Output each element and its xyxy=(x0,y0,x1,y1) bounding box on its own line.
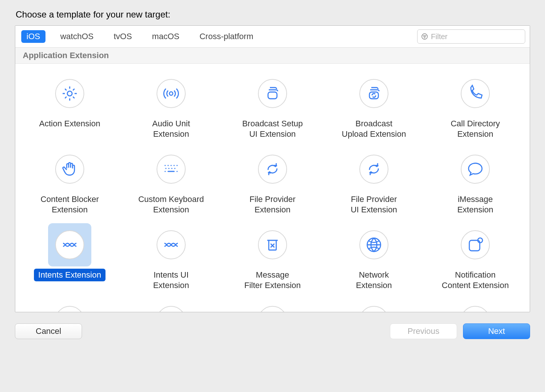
hand-icon xyxy=(55,155,84,184)
tab-macos[interactable]: macOS xyxy=(147,30,185,43)
wave-icon xyxy=(55,230,84,259)
template-item[interactable]: Call Directory Extension xyxy=(425,72,526,140)
template-grid: Action ExtensionAudio Unit ExtensionBroa… xyxy=(15,64,530,312)
template-item[interactable]: Notification Content Extension xyxy=(425,223,526,291)
next-button[interactable]: Next xyxy=(463,323,530,339)
template-item[interactable]: Message Filter Extension xyxy=(222,223,323,291)
template-icon-wrap xyxy=(149,223,193,266)
template-item[interactable]: Custom Keyboard Extension xyxy=(120,148,222,216)
template-item[interactable]: Content Blocker Extension xyxy=(19,148,120,216)
globe-icon xyxy=(359,230,388,259)
template-icon-wrap xyxy=(454,299,497,312)
gear-icon xyxy=(55,79,84,108)
template-item[interactable]: Intents UI Extension xyxy=(120,223,222,291)
cancel-button[interactable]: Cancel xyxy=(15,323,82,339)
template-item[interactable] xyxy=(120,299,222,312)
template-icon-wrap xyxy=(149,72,193,115)
previous-button: Previous xyxy=(390,323,457,339)
template-icon-wrap xyxy=(48,148,91,191)
template-item-label: Network Extension xyxy=(352,269,397,291)
template-item-label: Action Extension xyxy=(35,117,105,130)
template-icon-wrap xyxy=(48,72,91,115)
keyboard-icon xyxy=(157,155,186,184)
template-item[interactable]: Action Extension xyxy=(19,72,120,140)
template-icon-wrap xyxy=(251,148,294,191)
filter-icon xyxy=(421,33,428,40)
trash-icon xyxy=(258,230,287,259)
template-item[interactable]: File Provider Extension xyxy=(222,148,323,216)
dialog-title: Choose a template for your new target: xyxy=(16,9,530,20)
filter-input[interactable] xyxy=(431,32,521,41)
template-item-label: File Provider UI Extension xyxy=(346,193,402,216)
dialog-footer: Cancel Previous Next xyxy=(15,323,530,339)
template-item-label: Intents Extension xyxy=(34,269,106,281)
template-item[interactable]: Intents Extension xyxy=(19,223,120,291)
svg-rect-6 xyxy=(268,92,277,99)
sliders-icon xyxy=(157,306,186,312)
tab-cross-platform[interactable]: Cross-platform xyxy=(194,30,258,43)
template-item[interactable] xyxy=(222,299,323,312)
template-item[interactable]: File Provider UI Extension xyxy=(323,148,425,216)
template-item[interactable] xyxy=(425,299,526,312)
svg-point-0 xyxy=(422,34,428,39)
template-icon-wrap xyxy=(251,299,294,312)
stack-icon xyxy=(258,79,287,108)
template-item-label: Intents UI Extension xyxy=(149,269,194,291)
template-grid-scroll: Action ExtensionAudio Unit ExtensionBroa… xyxy=(15,64,530,312)
template-panel: iOS watchOS tvOS macOS Cross-platform Ap… xyxy=(15,25,530,312)
notification-small-icon xyxy=(55,306,84,312)
template-icon-wrap xyxy=(454,223,497,266)
template-icon-wrap xyxy=(149,299,193,312)
section-header: Application Extension xyxy=(15,48,530,64)
template-icon-wrap xyxy=(352,299,396,312)
template-icon-wrap xyxy=(352,148,396,191)
template-icon-wrap xyxy=(454,72,497,115)
template-icon-wrap xyxy=(352,72,396,115)
magnifier-icon xyxy=(461,306,490,312)
eye-icon xyxy=(258,306,287,312)
template-item[interactable]: Audio Unit Extension xyxy=(120,72,222,140)
template-item-label: File Provider Extension xyxy=(245,193,300,216)
notification-icon xyxy=(461,230,490,259)
tab-tvos[interactable]: tvOS xyxy=(108,30,137,43)
template-item-label: Notification Content Extension xyxy=(437,269,513,291)
template-item[interactable]: iMessage Extension xyxy=(425,148,526,216)
template-icon-wrap xyxy=(48,299,91,312)
template-item[interactable]: Network Extension xyxy=(323,223,425,291)
filter-field[interactable] xyxy=(417,29,525,44)
template-icon-wrap xyxy=(251,223,294,266)
template-item[interactable]: Broadcast Upload Extension xyxy=(323,72,425,140)
platform-tabs: iOS watchOS tvOS macOS Cross-platform xyxy=(20,30,258,43)
sync-icon xyxy=(359,155,388,184)
template-item-label: Broadcast Setup UI Extension xyxy=(238,117,308,140)
platform-toolbar: iOS watchOS tvOS macOS Cross-platform xyxy=(15,26,530,48)
tab-watchos[interactable]: watchOS xyxy=(55,30,99,43)
template-item-label: Content Blocker Extension xyxy=(36,193,104,216)
template-item[interactable]: Broadcast Setup UI Extension xyxy=(222,72,323,140)
phone-icon xyxy=(461,79,490,108)
template-item-label: Audio Unit Extension xyxy=(148,117,195,140)
template-icon-wrap xyxy=(48,223,91,266)
template-icon-wrap xyxy=(149,148,193,191)
template-icon-wrap xyxy=(251,72,294,115)
svg-point-5 xyxy=(169,92,173,95)
svg-point-4 xyxy=(67,91,72,96)
sync-icon xyxy=(258,155,287,184)
template-icon-wrap xyxy=(454,148,497,191)
template-item[interactable] xyxy=(323,299,425,312)
speech-bubble-icon xyxy=(461,155,490,184)
template-item-label: Call Directory Extension xyxy=(446,117,504,140)
stack-sync-icon xyxy=(359,79,388,108)
audio-wave-icon xyxy=(157,79,186,108)
wave-icon xyxy=(157,230,186,259)
template-item[interactable] xyxy=(19,299,120,312)
template-item-label: Custom Keyboard Extension xyxy=(134,193,208,216)
share-icon xyxy=(359,306,388,312)
template-item-label: Message Filter Extension xyxy=(240,269,305,291)
template-icon-wrap xyxy=(352,223,396,266)
tab-ios[interactable]: iOS xyxy=(21,30,45,43)
template-item-label: Broadcast Upload Extension xyxy=(337,117,410,140)
template-item-label: iMessage Extension xyxy=(453,193,498,216)
